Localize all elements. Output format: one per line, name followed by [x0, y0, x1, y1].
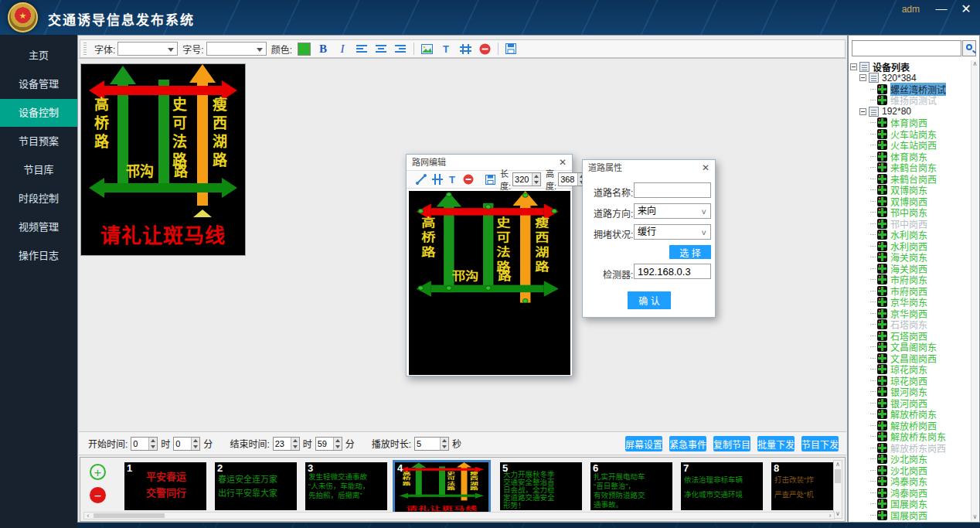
end-minute-stepper[interactable] [315, 437, 342, 451]
action-button[interactable]: 紧急事件 [669, 436, 706, 451]
program-thumbnail[interactable]: 8 打击改装“炸 严查严处“机 [771, 462, 835, 510]
end-hour-stepper[interactable] [273, 437, 300, 451]
length-stepper[interactable] [512, 172, 541, 186]
editor-close-icon[interactable]: ✕ [559, 157, 567, 168]
tree-scrollbar[interactable]: ∧∨ [971, 60, 978, 521]
action-button[interactable]: 屏幕设置 [625, 436, 662, 451]
start-hour-stepper[interactable] [131, 437, 158, 451]
tree-row[interactable]: 国展岗西 [850, 509, 970, 520]
spin-up-icon[interactable] [334, 438, 342, 444]
insert-text-icon[interactable]: T [439, 42, 453, 56]
start-minute-stepper[interactable] [173, 437, 200, 451]
action-button[interactable]: 批量下发 [757, 436, 795, 451]
align-right-icon[interactable] [393, 42, 407, 56]
spin-up-icon[interactable] [533, 173, 540, 179]
sidebar-item[interactable]: 节目预案 [0, 128, 77, 155]
edit-handle[interactable] [485, 285, 492, 290]
editor-canvas[interactable]: 高桥路 史可法路 瘦西湖路 邗沟 路 请礼让斑马线 [409, 191, 570, 375]
spin-down-icon[interactable] [192, 444, 199, 450]
spin-down-icon[interactable] [334, 444, 342, 450]
height-input[interactable] [559, 173, 577, 186]
spin-up-icon[interactable] [149, 438, 157, 444]
minimize-button[interactable]: — [934, 2, 949, 15]
font-select[interactable] [117, 42, 178, 56]
delete-icon[interactable] [478, 42, 492, 56]
sidebar-item[interactable]: 设备控制 [0, 99, 77, 127]
edit-handle[interactable] [446, 192, 452, 197]
scroll-right-icon[interactable]: › [826, 513, 834, 519]
spin-down-icon[interactable] [291, 444, 299, 450]
strip-horizontal-scrollbar[interactable]: ‹› [83, 512, 835, 519]
congestion-select[interactable]: 缓行 [634, 224, 711, 240]
program-thumbnail[interactable]: 6 扎实开展电动车 “百日整治”， 有效预防道路交 通事故。 [590, 462, 672, 510]
start-minute-input[interactable] [174, 438, 191, 450]
add-program-button[interactable]: + [90, 464, 106, 480]
spin-up-icon[interactable] [441, 438, 448, 444]
program-thumbnail[interactable]: 3 发生轻微交通事故 “人未伤，车能动， 先拍照，后撤离” [305, 462, 387, 510]
spin-down-icon[interactable] [441, 444, 448, 450]
scroll-up-icon[interactable]: ∧ [971, 60, 978, 68]
strip-vertical-scrollbar[interactable]: ∧∨ [833, 460, 842, 519]
close-button[interactable]: ✕ [958, 2, 974, 16]
action-button[interactable]: 复制节目 [713, 436, 750, 451]
end-hour-input[interactable] [274, 438, 291, 450]
sidebar-item[interactable]: 视频管理 [0, 213, 77, 241]
edit-handle[interactable] [522, 192, 529, 197]
bold-button[interactable]: B [316, 42, 330, 56]
road-tool-icon[interactable] [432, 172, 443, 186]
sidebar-item[interactable]: 设备管理 [0, 70, 77, 98]
scroll-down-icon[interactable]: ∨ [971, 513, 978, 521]
collapse-icon[interactable] [859, 74, 866, 81]
scrollbar-thumb[interactable] [835, 469, 841, 483]
italic-button[interactable]: I [335, 42, 349, 56]
align-center-icon[interactable] [374, 42, 388, 56]
scrollbar-thumb[interactable] [94, 513, 165, 518]
device-search-input[interactable] [852, 40, 961, 56]
spin-up-icon[interactable] [192, 438, 199, 444]
save-icon[interactable] [504, 42, 518, 56]
tree-row[interactable]: 维扬岗测试 [850, 95, 970, 107]
program-thumbnail[interactable]: 2 春运安全连万家 出行平安靠大家 [215, 462, 297, 510]
tree-row[interactable]: 设备列表 [850, 61, 970, 73]
road-name-input[interactable] [634, 182, 711, 198]
delete-tool-icon[interactable] [463, 172, 474, 186]
start-hour-input[interactable] [131, 438, 148, 450]
confirm-button[interactable]: 确 认 [628, 291, 671, 309]
props-close-icon[interactable]: ✕ [702, 162, 709, 173]
color-swatch[interactable] [298, 43, 311, 56]
sidebar-item[interactable]: 操作日志 [0, 242, 77, 270]
action-button[interactable]: 节目下发 [801, 436, 839, 451]
save-tool-icon[interactable] [485, 172, 495, 186]
select-detector-button[interactable]: 选 择 [669, 245, 711, 259]
collapse-icon[interactable] [859, 108, 866, 115]
end-minute-input[interactable] [316, 438, 333, 450]
program-thumbnail-selected[interactable]: 4 高桥路 史可法路 瘦西湖路 请礼让斑马线 [393, 460, 491, 514]
sidebar-item[interactable]: 时段控制 [0, 185, 77, 213]
sidebar-item[interactable]: 主页 [0, 42, 77, 70]
road-direction-select[interactable]: 来向 [634, 203, 711, 219]
scroll-down-icon[interactable]: ∨ [834, 510, 842, 518]
spin-down-icon[interactable] [149, 444, 157, 450]
line-tool-icon[interactable] [416, 172, 427, 186]
edit-handle[interactable] [551, 209, 557, 213]
sidebar-item[interactable]: 节目库 [0, 156, 77, 184]
font-size-select[interactable] [206, 42, 267, 56]
edit-handle[interactable] [418, 285, 424, 290]
scroll-up-icon[interactable]: ∧ [834, 461, 842, 468]
edit-handle[interactable] [522, 298, 529, 303]
length-input[interactable] [513, 173, 532, 186]
edit-handle[interactable] [446, 285, 452, 290]
search-button[interactable] [962, 40, 976, 56]
delete-program-button[interactable]: − [90, 487, 106, 503]
duration-input[interactable] [415, 438, 440, 450]
collapse-icon[interactable] [850, 63, 857, 70]
middle-road-bar[interactable] [483, 203, 493, 292]
spin-up-icon[interactable] [291, 438, 299, 444]
align-left-icon[interactable] [355, 42, 369, 56]
spin-down-icon[interactable] [533, 179, 540, 186]
edit-handle[interactable] [485, 204, 492, 209]
edit-handle[interactable] [418, 209, 424, 213]
program-thumbnail[interactable]: 1 平安春运 交警同行 [124, 462, 206, 510]
scroll-left-icon[interactable]: ‹ [84, 513, 92, 519]
insert-image-icon[interactable] [420, 42, 434, 56]
